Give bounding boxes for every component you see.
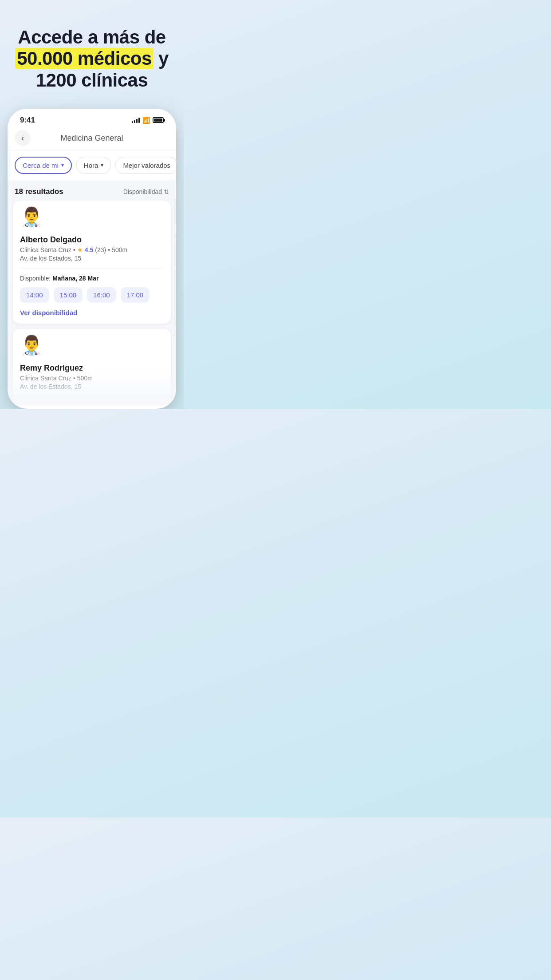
hero-line3: 1200 clínicas: [36, 70, 148, 91]
sort-label: Disponibilidad: [123, 188, 162, 195]
time-slots-1: 14:00 15:00 16:00 17:00: [20, 287, 164, 303]
results-section: 18 resultados Disponibilidad ⇅ 👨‍⚕️ Albe…: [8, 180, 176, 403]
star-icon-1: ★: [77, 246, 83, 253]
back-arrow-icon: ‹: [21, 134, 24, 142]
hero-section: Accede a más de 50.000 médicos y 1200 cl…: [0, 0, 184, 109]
filter-chip-cerca[interactable]: Cerca de mi ▾: [15, 157, 72, 174]
hero-highlight: 50.000 médicos: [15, 48, 153, 69]
reviews-1: (23): [95, 246, 106, 253]
filter-bar: Cerca de mi ▾ Hora ▾ Mejor valorados: [8, 150, 176, 180]
doctor-name-1: Alberto Delgado: [20, 235, 164, 245]
doctor-address-1: Av. de los Estados, 15: [20, 255, 164, 262]
doctor-avatar-1: 👨‍⚕️: [20, 208, 43, 231]
signal-bar-1: [132, 121, 133, 123]
chevron-down-icon: ▾: [61, 162, 64, 168]
doctor-card-2-wrapper: 👨‍⚕️ Remy Rodriguez Clinica Santa Cruz •…: [8, 329, 176, 403]
disponible-text-1: Disponible:: [20, 275, 52, 282]
divider-1: [20, 268, 164, 269]
doctor-card-1[interactable]: 👨‍⚕️ Alberto Delgado Clinica Santa Cruz …: [13, 201, 171, 324]
header-title: Medicina General: [60, 134, 123, 143]
status-time: 9:41: [20, 116, 35, 125]
filter-chip-valorados[interactable]: Mejor valorados: [115, 157, 176, 174]
filter-hora-label: Hora: [84, 162, 98, 169]
results-header: 18 resultados Disponibilidad ⇅: [8, 180, 176, 201]
signal-icon: [132, 118, 140, 123]
chevron-down-icon-hora: ▾: [101, 162, 103, 168]
app-header: ‹ Medicina General: [8, 128, 176, 150]
time-slot-1600[interactable]: 16:00: [87, 287, 116, 303]
time-slot-1500[interactable]: 15:00: [54, 287, 83, 303]
hero-line1: Accede a más de: [18, 27, 165, 47]
filter-cerca-label: Cerca de mi: [23, 162, 59, 169]
sort-arrows-icon: ⇅: [164, 188, 169, 195]
battery-icon: [153, 117, 164, 123]
rating-1: 4.5: [85, 246, 93, 253]
filter-chip-hora[interactable]: Hora ▾: [76, 157, 111, 174]
hero-title: Accede a más de 50.000 médicos y 1200 cl…: [13, 27, 170, 91]
dot-separator-3: •: [73, 375, 75, 382]
doctor-name-2: Remy Rodriguez: [20, 364, 164, 373]
sort-button[interactable]: Disponibilidad ⇅: [123, 188, 169, 195]
battery-fill: [154, 119, 162, 122]
ver-disponibilidad-1[interactable]: Ver disponibilidad: [20, 309, 164, 316]
time-slot-1700[interactable]: 17:00: [121, 287, 150, 303]
doctor-meta-1: Clinica Santa Cruz • ★ 4.5 (23) • 500m: [20, 246, 164, 253]
phone-mockup: 9:41 📶 ‹ Medicina General Cerca de mi ▾: [8, 109, 176, 409]
doctor-meta-2: Clinica Santa Cruz • 500m: [20, 375, 164, 382]
doctor-card-2[interactable]: 👨‍⚕️ Remy Rodriguez Clinica Santa Cruz •…: [13, 329, 171, 403]
status-bar: 9:41 📶: [8, 109, 176, 128]
doctor-avatar-2: 👨‍⚕️: [20, 336, 43, 359]
dot-separator-1: •: [73, 246, 75, 253]
disponible-date-1: Mañana, 28 Mar: [52, 275, 98, 282]
status-icons: 📶: [132, 117, 164, 124]
dot-separator-2: •: [108, 246, 110, 253]
filter-valorados-label: Mejor valorados: [123, 162, 170, 169]
distance-2: 500m: [77, 375, 93, 382]
distance-1: 500m: [112, 246, 127, 253]
signal-bar-4: [138, 118, 140, 123]
doctor-address-2: Av. de los Estados, 15: [20, 383, 164, 390]
clinic-name-2: Clinica Santa Cruz: [20, 375, 71, 382]
clinic-name-1: Clinica Santa Cruz: [20, 246, 71, 253]
signal-bar-2: [134, 120, 135, 123]
wifi-icon: 📶: [142, 117, 150, 124]
hero-y: y: [153, 48, 169, 69]
back-button[interactable]: ‹: [15, 130, 31, 146]
time-slot-1400[interactable]: 14:00: [20, 287, 49, 303]
signal-bar-3: [136, 119, 138, 123]
disponible-label-1: Disponible: Mañana, 28 Mar: [20, 275, 164, 282]
results-count: 18 resultados: [15, 187, 63, 196]
